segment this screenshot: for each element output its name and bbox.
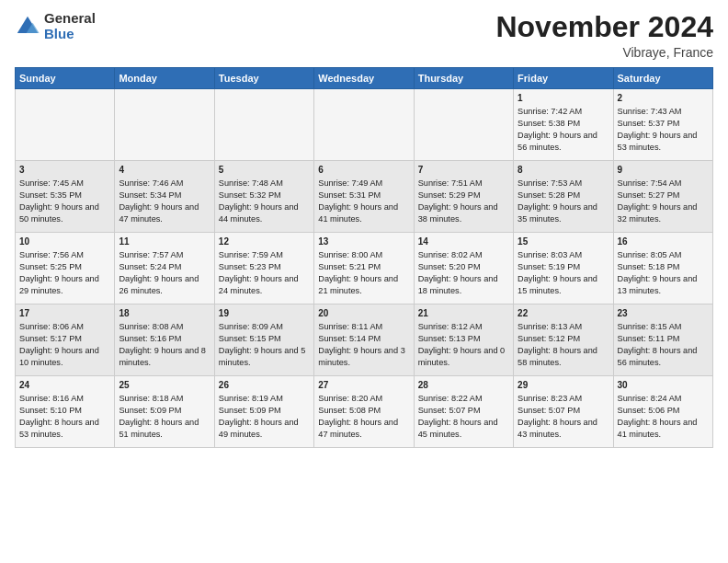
day-info: Sunrise: 8:02 AM (418, 249, 509, 261)
day-info: Sunset: 5:28 PM (518, 190, 609, 201)
day-info: Daylight: 9 hours and 13 minutes. (618, 273, 709, 297)
day-info: Sunset: 5:19 PM (518, 261, 609, 273)
day-info: Sunset: 5:25 PM (19, 261, 110, 273)
day-info: Daylight: 8 hours and 47 minutes. (318, 417, 409, 441)
day-number: 27 (318, 379, 409, 392)
day-number: 23 (618, 307, 709, 320)
day-number: 9 (618, 164, 709, 177)
calendar-cell (16, 89, 115, 161)
day-info: Sunrise: 7:42 AM (518, 106, 609, 118)
day-info: Sunrise: 7:57 AM (119, 249, 210, 261)
day-number: 24 (19, 379, 110, 392)
calendar-cell: 12Sunrise: 7:59 AMSunset: 5:23 PMDayligh… (214, 233, 313, 304)
day-info: Sunrise: 8:18 AM (119, 393, 210, 405)
day-info: Daylight: 9 hours and 24 minutes. (219, 273, 310, 297)
day-number: 8 (518, 164, 609, 177)
day-number: 21 (418, 307, 509, 320)
day-info: Sunrise: 8:09 AM (219, 321, 310, 333)
day-info: Sunset: 5:29 PM (418, 190, 509, 201)
logo: General Blue (15, 11, 96, 41)
day-number: 1 (518, 92, 609, 105)
day-info: Daylight: 9 hours and 32 minutes. (618, 201, 709, 225)
page: General Blue November 2024 Vibraye, Fran… (0, 0, 728, 563)
day-info: Sunrise: 8:16 AM (19, 393, 110, 405)
day-info: Sunrise: 8:08 AM (119, 321, 210, 333)
day-number: 26 (219, 379, 310, 392)
logo-blue: Blue (44, 27, 96, 42)
calendar-cell: 11Sunrise: 7:57 AMSunset: 5:24 PMDayligh… (115, 233, 214, 304)
day-info: Sunset: 5:34 PM (119, 190, 210, 201)
day-info: Sunrise: 7:49 AM (318, 178, 409, 190)
day-info: Sunset: 5:09 PM (219, 405, 310, 417)
day-info: Sunset: 5:09 PM (119, 405, 210, 417)
day-info: Sunrise: 8:22 AM (418, 393, 509, 405)
day-number: 29 (518, 379, 609, 392)
day-number: 17 (19, 307, 110, 320)
header-row: SundayMondayTuesdayWednesdayThursdayFrid… (16, 68, 713, 89)
calendar-cell: 23Sunrise: 8:15 AMSunset: 5:11 PMDayligh… (613, 304, 712, 376)
day-info: Daylight: 9 hours and 3 minutes. (318, 345, 409, 369)
day-info: Sunset: 5:17 PM (19, 333, 110, 345)
calendar-cell: 7Sunrise: 7:51 AMSunset: 5:29 PMDaylight… (414, 161, 513, 233)
calendar-cell: 19Sunrise: 8:09 AMSunset: 5:15 PMDayligh… (214, 304, 313, 376)
day-number: 2 (618, 92, 709, 105)
day-number: 4 (119, 164, 210, 177)
day-info: Sunset: 5:24 PM (119, 261, 210, 273)
day-number: 12 (219, 236, 310, 248)
calendar-cell (115, 89, 214, 161)
day-info: Sunrise: 8:23 AM (518, 393, 609, 405)
col-header-monday: Monday (115, 68, 214, 89)
day-info: Daylight: 9 hours and 29 minutes. (19, 273, 110, 297)
calendar-cell: 20Sunrise: 8:11 AMSunset: 5:14 PMDayligh… (314, 304, 414, 376)
calendar-cell (414, 89, 513, 161)
calendar-cell: 2Sunrise: 7:43 AMSunset: 5:37 PMDaylight… (613, 89, 712, 161)
calendar-cell: 15Sunrise: 8:03 AMSunset: 5:19 PMDayligh… (514, 233, 613, 304)
day-info: Daylight: 9 hours and 50 minutes. (19, 201, 110, 225)
day-info: Daylight: 9 hours and 41 minutes. (318, 201, 409, 225)
day-info: Sunrise: 8:15 AM (618, 321, 709, 333)
day-info: Sunrise: 7:46 AM (119, 178, 210, 190)
calendar-cell: 27Sunrise: 8:20 AMSunset: 5:08 PMDayligh… (314, 376, 414, 448)
day-number: 14 (418, 236, 509, 248)
day-info: Sunset: 5:07 PM (518, 405, 609, 417)
day-info: Sunrise: 8:11 AM (318, 321, 409, 333)
calendar-cell: 14Sunrise: 8:02 AMSunset: 5:20 PMDayligh… (414, 233, 513, 304)
day-number: 25 (119, 379, 210, 392)
day-info: Sunrise: 8:19 AM (219, 393, 310, 405)
day-number: 19 (219, 307, 310, 320)
calendar-cell: 1Sunrise: 7:42 AMSunset: 5:38 PMDaylight… (514, 89, 613, 161)
day-info: Sunset: 5:11 PM (618, 333, 709, 345)
title-block: November 2024 Vibraye, France (495, 11, 713, 60)
col-header-sunday: Sunday (16, 68, 115, 89)
calendar-cell: 10Sunrise: 7:56 AMSunset: 5:25 PMDayligh… (16, 233, 115, 304)
col-header-saturday: Saturday (613, 68, 712, 89)
calendar-cell (214, 89, 313, 161)
day-info: Daylight: 9 hours and 47 minutes. (119, 201, 210, 225)
header: General Blue November 2024 Vibraye, Fran… (15, 11, 713, 60)
logo-text: General Blue (44, 11, 96, 41)
calendar-cell: 21Sunrise: 8:12 AMSunset: 5:13 PMDayligh… (414, 304, 513, 376)
day-info: Sunrise: 7:43 AM (618, 106, 709, 118)
day-info: Daylight: 9 hours and 38 minutes. (418, 201, 509, 225)
day-info: Sunrise: 8:24 AM (618, 393, 709, 405)
day-number: 10 (19, 236, 110, 248)
calendar-table: SundayMondayTuesdayWednesdayThursdayFrid… (15, 67, 713, 448)
day-info: Daylight: 9 hours and 21 minutes. (318, 273, 409, 297)
day-number: 20 (318, 307, 409, 320)
day-info: Daylight: 9 hours and 0 minutes. (418, 345, 509, 369)
day-info: Daylight: 8 hours and 45 minutes. (418, 417, 509, 441)
day-info: Sunrise: 8:05 AM (618, 249, 709, 261)
day-info: Daylight: 9 hours and 10 minutes. (19, 345, 110, 369)
day-info: Sunrise: 7:54 AM (618, 178, 709, 190)
calendar-cell: 9Sunrise: 7:54 AMSunset: 5:27 PMDaylight… (613, 161, 712, 233)
day-info: Sunset: 5:37 PM (618, 118, 709, 130)
day-number: 15 (518, 236, 609, 248)
day-info: Sunset: 5:20 PM (418, 261, 509, 273)
calendar-cell: 3Sunrise: 7:45 AMSunset: 5:35 PMDaylight… (16, 161, 115, 233)
day-info: Daylight: 9 hours and 26 minutes. (119, 273, 210, 297)
day-info: Daylight: 8 hours and 51 minutes. (119, 417, 210, 441)
day-info: Sunset: 5:38 PM (518, 118, 609, 130)
calendar-cell (314, 89, 414, 161)
day-info: Daylight: 8 hours and 56 minutes. (618, 345, 709, 369)
subtitle: Vibraye, France (495, 45, 713, 60)
